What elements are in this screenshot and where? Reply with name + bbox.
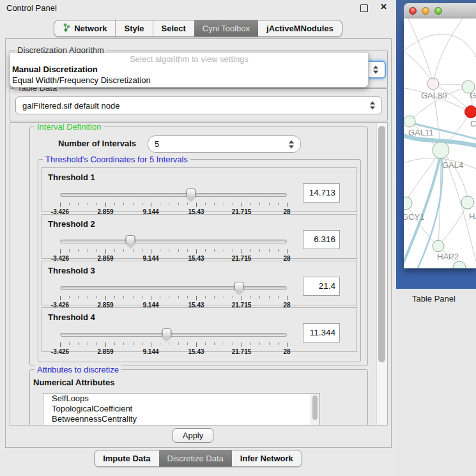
tab-label: Impute Data [103,454,150,463]
stepper-arrows-icon[interactable] [373,66,379,74]
group-label: Interval Definition [35,122,104,132]
top-tab-strip: Network Style Select Cyni Toolbox jActiv… [0,20,396,37]
slider-ticks [60,249,287,254]
vertical-scrollbar[interactable] [376,123,387,425]
node-label: GCY1 [404,212,424,222]
tab-label: Cyni Toolbox [203,24,250,33]
tick-mark [196,249,197,254]
combo-value: galFiltered.sif default node [22,97,119,114]
tab-impute-data[interactable]: Impute Data [95,450,158,466]
table-panel-header[interactable]: Table Panel [396,289,476,309]
slider-handle-point [187,196,196,201]
table-data-group: Table Data galFiltered.sif default node [10,88,388,121]
node-label: HAP2 [437,252,459,261]
slider-track[interactable] [60,286,287,290]
node-label: GAL80 [421,91,447,100]
list-scrollbar[interactable] [311,394,319,426]
tick-mark [287,249,288,254]
tick-mark [287,342,288,347]
tab-select[interactable]: Select [153,20,194,36]
settings-scroll-area: Interval Definition Number of Intervals … [10,122,388,426]
tab-jactivemnodules[interactable]: jActiveMNodules [258,20,342,36]
threshold-slider[interactable]: -3.4262.8599.14415.4321.71528 [60,327,287,351]
threshold-label: Threshold 2 [48,219,95,229]
tab-cyni-toolbox[interactable]: Cyni Toolbox [194,20,258,36]
node-hap2[interactable] [433,240,444,252]
close-icon[interactable]: ✕ [380,2,387,12]
stepper-arrows-icon[interactable] [289,140,295,148]
tab-label: Network [74,24,107,33]
node-ha[interactable] [461,196,474,209]
node-gal80[interactable] [427,78,439,89]
node-gal11[interactable] [404,116,415,127]
tab-style[interactable]: Style [115,20,152,36]
slider-track[interactable] [60,240,287,243]
threshold-panel: Threshold 1-3.4262.8599.14415.4321.71528… [42,167,357,212]
num-intervals-label: Number of Intervals [58,139,136,148]
tab-bar: Network Style Select Cyni Toolbox jActiv… [54,20,342,37]
threshold-value-field[interactable]: 6.316 [303,230,340,249]
apply-button[interactable]: Apply [173,428,213,443]
tick-label: 2.859 [97,348,113,355]
node-gcy1[interactable] [404,197,412,210]
network-window-titlebar[interactable] [404,3,476,19]
zoom-traffic-light[interactable] [434,7,442,15]
scrollbar-thumb[interactable] [312,395,318,420]
node-gal4[interactable] [433,142,449,158]
node-label: GAL11 [408,128,434,137]
tick-label: 9.144 [142,348,158,355]
threshold-slider[interactable]: -3.4262.8599.14415.4321.71528 [60,234,287,258]
threshold-slider[interactable]: -3.4262.8599.14415.4321.71528 [60,187,287,211]
slider-tick-labels: -3.4262.8599.14415.4321.71528 [60,348,287,356]
table-data-combo[interactable]: galFiltered.sif default node [15,96,382,114]
tick-mark [105,296,106,300]
list-item[interactable]: TopologicalCoefficient [43,404,319,414]
numerical-attributes-list[interactable]: SelfLoopsTopologicalCoefficientBetweenne… [43,393,320,426]
tab-label: jActiveMNodules [266,24,334,33]
tick-mark [60,249,61,254]
node-bottom[interactable] [453,261,466,268]
threshold-value-field[interactable]: 14.713 [303,183,340,203]
tab-label: Discretize Data [167,454,224,463]
tick-mark [242,203,242,207]
slider-handle-point [126,243,135,247]
node-selected-red[interactable] [465,106,476,118]
tick-mark [242,296,242,300]
stepper-arrows-icon[interactable] [370,102,376,110]
slider-handle[interactable] [186,188,196,201]
attributes-group: Attributes to discretize Numerical Attri… [29,369,368,426]
tick-mark [60,203,61,207]
menu-item-equal-width-frequency[interactable]: Equal Width/Frequency Discretization [10,75,368,86]
tick-mark [151,342,151,347]
slider-ticks [60,296,287,300]
dropdown-hint: Select algorithm to view settings [10,54,368,65]
threshold-value-field[interactable]: 21.4 [303,277,340,296]
slider-track[interactable] [60,333,287,337]
screen: Control Panel ✕ Network [0,0,476,476]
list-item[interactable]: SelfLoops [43,394,319,404]
tab-network[interactable]: Network [54,20,115,36]
node-label: GAL4 [442,160,463,170]
network-canvas[interactable]: GAL80 GA C GAL11 GAL4 GCY1 HA HAP2 [404,19,476,268]
close-traffic-light[interactable] [409,7,417,15]
bottom-tab-strip: Impute Data Discretize Data Infer Networ… [0,450,396,467]
menu-item-manual-discretization[interactable]: Manual Discretization [10,65,368,75]
list-item[interactable]: BetweennessCentrality [43,414,319,424]
control-panel-titlebar[interactable]: Control Panel ✕ [0,0,396,15]
right-pane: GAL80 GA C GAL11 GAL4 GCY1 HA HAP2 Table… [396,0,476,476]
slider-handle[interactable] [126,235,135,248]
threshold-value-field[interactable]: 11.344 [303,323,340,342]
float-window-icon[interactable] [360,4,368,12]
threshold-slider[interactable]: -3.4262.8599.14415.4321.71528 [60,280,287,305]
num-intervals-combo[interactable]: 5 [148,135,301,153]
tab-discretize-data[interactable]: Discretize Data [159,450,232,466]
slider-handle[interactable] [234,282,244,295]
tab-label: Select [162,24,186,33]
tick-mark [105,249,106,254]
minimize-traffic-light[interactable] [422,7,429,15]
tab-infer-network[interactable]: Infer Network [232,450,302,466]
slider-handle[interactable] [162,328,171,341]
tick-mark [60,296,61,300]
slider-track[interactable] [60,193,287,197]
scrollbar-thumb[interactable] [378,126,385,362]
